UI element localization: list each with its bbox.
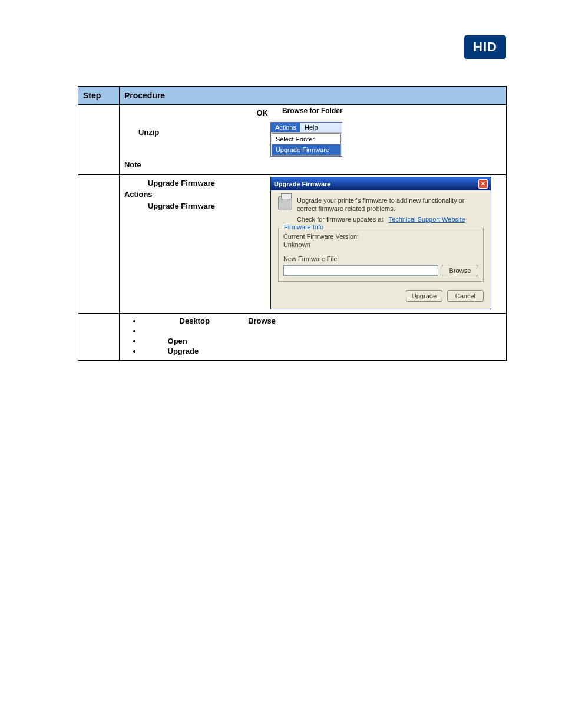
list-item: Desktop Browse — [142, 317, 501, 325]
menu-actions[interactable]: Actions — [271, 123, 300, 132]
upgrade-firmware-label-1: Upgrade Firmware — [148, 179, 215, 187]
procedure-cell: Desktop Browse Open Upgrade — [119, 314, 506, 361]
actions-menu-screenshot: Actions Help Select Printer Upgrade Firm… — [270, 122, 342, 157]
desktop-label: Desktop — [180, 317, 210, 325]
procedure-table: Step Procedure OK Unzip Note — [78, 86, 507, 361]
actions-dropdown: Select Printer Upgrade Firmware — [272, 133, 341, 156]
step-cell — [78, 314, 120, 361]
proc-right: Browse for Folder Actions Help Select Pr… — [270, 107, 343, 157]
browse-button[interactable]: Browse — [442, 265, 478, 276]
firmware-info-legend: Firmware Info — [282, 223, 325, 230]
dialog-titlebar: Upgrade Firmware × — [271, 177, 491, 190]
note-label: Note — [124, 160, 141, 169]
proc-text-left: Upgrade Firmware Actions Upgrade Firmwar… — [124, 177, 270, 213]
browse-label: Browse — [248, 317, 276, 325]
hid-logo: HID — [464, 35, 506, 59]
upgrade-button[interactable]: Upgrade — [406, 290, 442, 302]
proc-right: Upgrade Firmware × Upgrade your printer'… — [270, 177, 491, 310]
list-item: Open — [142, 337, 501, 345]
dialog-title: Upgrade Firmware — [274, 180, 331, 187]
step-cell — [78, 174, 120, 314]
hid-logo-text: HID — [473, 39, 497, 55]
menubar: Actions Help — [271, 123, 342, 133]
current-version-label: Current Firmware Version: — [283, 233, 478, 240]
firmware-info-fieldset: Firmware Info Current Firmware Version: … — [278, 228, 484, 282]
table-row: Desktop Browse Open Upgrade — [78, 314, 507, 361]
upgrade-label: Upgrade — [168, 347, 199, 355]
proc-text-left: OK Unzip Note — [124, 107, 270, 171]
dialog-body: Upgrade your printer's firmware to add n… — [271, 190, 491, 309]
close-icon[interactable]: × — [478, 179, 488, 189]
actions-label: Actions — [124, 190, 153, 199]
ok-label: OK — [256, 108, 268, 117]
bullet-list: Desktop Browse Open Upgrade — [142, 317, 501, 355]
browse-u: B — [449, 267, 454, 274]
upgrade-rest: pgrade — [416, 292, 437, 299]
procedure-cell: OK Unzip Note Browse for Folder Actions — [119, 105, 506, 175]
table-row: Upgrade Firmware Actions Upgrade Firmwar… — [78, 174, 507, 314]
header-step: Step — [78, 87, 120, 105]
list-item: Upgrade — [142, 347, 501, 355]
menu-item-upgrade-firmware[interactable]: Upgrade Firmware — [272, 144, 340, 155]
step-cell — [78, 105, 120, 175]
header-procedure: Procedure — [119, 87, 506, 105]
upgrade-firmware-label-2: Upgrade Firmware — [148, 202, 215, 210]
menu-help[interactable]: Help — [300, 123, 322, 132]
open-label: Open — [168, 337, 187, 345]
browse-folder-label: Browse for Folder — [282, 107, 343, 115]
check-prefix: Check for firmware updates at — [297, 216, 384, 223]
menu-item-select-printer[interactable]: Select Printer — [272, 134, 340, 144]
dialog-description: Upgrade your printer's firmware to add n… — [297, 196, 484, 213]
printer-icon — [278, 196, 292, 210]
cancel-button[interactable]: Cancel — [447, 290, 484, 302]
unzip-label: Unzip — [138, 128, 159, 137]
tech-support-link[interactable]: Technical Support Website — [389, 216, 465, 223]
browse-rest: rowse — [454, 267, 471, 274]
new-file-label: New Firmware File: — [283, 255, 478, 262]
list-item — [142, 327, 501, 335]
current-version-value: Unknown — [283, 241, 478, 248]
upgrade-firmware-dialog: Upgrade Firmware × Upgrade your printer'… — [270, 177, 491, 310]
firmware-file-input[interactable] — [283, 265, 438, 276]
check-updates-line: Check for firmware updates at Technical … — [297, 216, 484, 223]
upgrade-u: U — [412, 292, 416, 299]
procedure-cell: Upgrade Firmware Actions Upgrade Firmwar… — [119, 174, 506, 314]
table-row: OK Unzip Note Browse for Folder Actions — [78, 105, 507, 175]
